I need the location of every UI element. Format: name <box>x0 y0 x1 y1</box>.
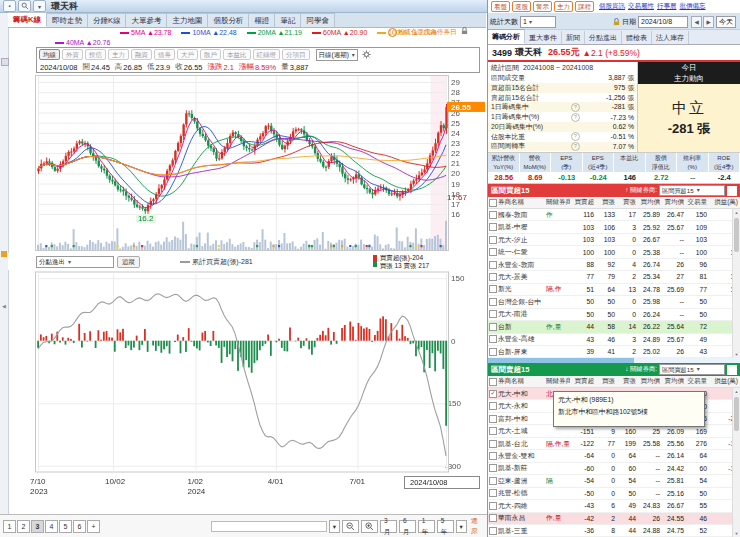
overlay-chip[interactable]: 散戶 <box>200 49 221 60</box>
checkbox-icon[interactable] <box>489 261 497 269</box>
sort-up-icon[interactable]: ↑ <box>625 186 628 193</box>
column-header[interactable]: 券商名稱 <box>498 377 546 386</box>
scroll-down-icon[interactable]: ▼ <box>733 530 740 537</box>
row-checkbox[interactable] <box>488 323 498 331</box>
panel-handle-icon[interactable] <box>1 58 9 66</box>
next-day-button[interactable]: ▶ <box>703 16 714 28</box>
quick-button[interactable]: 看盤 <box>491 1 510 12</box>
row-checkbox[interactable] <box>488 440 498 448</box>
gear-icon[interactable] <box>358 50 371 59</box>
column-header[interactable]: 關鍵券商 <box>546 198 570 207</box>
broker-flow-canvas[interactable] <box>8 270 485 513</box>
row-checkbox[interactable] <box>488 415 498 423</box>
zoom-in-icon[interactable] <box>361 520 378 533</box>
analysis-tab[interactable]: 新聞 <box>562 31 585 44</box>
row-checkbox[interactable] <box>488 223 498 231</box>
sell-table-scrollbar[interactable]: ▲ ▼ <box>732 388 740 537</box>
row-checkbox[interactable] <box>488 427 498 435</box>
checkbox-icon[interactable] <box>489 211 497 219</box>
overlay-chip[interactable]: 本益比 <box>223 49 251 60</box>
top-link[interactable]: 個股資訊 <box>599 2 625 11</box>
sell-key-broker-select[interactable]: 區間賣超15 <box>659 364 725 375</box>
column-header[interactable]: 交易量 <box>684 198 707 207</box>
row-checkbox[interactable] <box>488 489 498 497</box>
column-header[interactable]: 損益(萬) <box>707 198 740 207</box>
checkbox-icon[interactable] <box>489 323 497 331</box>
column-header[interactable]: 損益(萬) <box>707 377 740 386</box>
main-chart-canvas[interactable] <box>8 74 485 254</box>
question-icon[interactable] <box>571 132 580 141</box>
question-icon[interactable] <box>571 113 580 122</box>
overlay-chip[interactable]: 大戶 <box>177 49 198 60</box>
row-checkbox[interactable] <box>488 285 498 293</box>
broker-row[interactable]: 永豐金-雙和-64064--26.1464-3 <box>488 450 740 462</box>
analysis-tab[interactable]: 分點進出 <box>585 31 622 44</box>
quick-button[interactable]: 選股 <box>512 1 531 12</box>
quick-button[interactable]: 警示 <box>533 1 552 12</box>
checkbox-icon[interactable] <box>489 236 497 244</box>
broker-row[interactable]: 新光隔,作51641324.7825.697710 <box>488 284 740 296</box>
checkbox-icon[interactable] <box>489 514 497 522</box>
top-link[interactable]: 批價備忘 <box>680 2 706 11</box>
period-button[interactable]: 6月 <box>399 520 416 533</box>
checkbox-icon[interactable] <box>489 402 497 410</box>
analysis-tab[interactable]: 籌碼分析 <box>488 29 525 44</box>
track-button[interactable]: 追蹤 <box>117 256 140 268</box>
column-header[interactable]: 賣均價 <box>660 377 684 386</box>
reset-button[interactable]: 還原 <box>471 516 484 536</box>
row-checkbox[interactable] <box>488 298 498 306</box>
analysis-tab[interactable]: 重大事件 <box>525 31 562 44</box>
search-icon[interactable] <box>18 0 31 12</box>
row-checkbox[interactable] <box>488 527 498 535</box>
column-header[interactable]: 買賣超 <box>570 198 594 207</box>
question-icon[interactable] <box>571 142 580 151</box>
chart-tab[interactable]: 大單參考 <box>126 13 167 27</box>
scroll-up-icon[interactable]: ▲ <box>733 388 740 395</box>
column-header[interactable]: 關鍵券商 <box>546 377 570 386</box>
bullet-icon[interactable]: ▪ <box>3 0 16 12</box>
row-checkbox[interactable] <box>488 211 498 219</box>
column-header[interactable]: 賣張 <box>615 377 636 386</box>
header-checkbox[interactable] <box>488 199 498 207</box>
chart-tab[interactable]: 分鐘K線 <box>88 13 127 27</box>
row-checkbox[interactable] <box>488 502 498 510</box>
page-button[interactable]: 5 <box>59 520 72 533</box>
page-button[interactable]: + <box>87 520 100 533</box>
checkbox-icon[interactable] <box>489 273 497 281</box>
chevron-down-icon[interactable]: ▾ <box>33 0 46 12</box>
column-header[interactable]: 買張 <box>594 377 615 386</box>
date-input[interactable]: 2024/10/8 <box>638 16 688 28</box>
marker-icon[interactable] <box>1 251 7 257</box>
column-header[interactable]: 交易量 <box>684 377 707 386</box>
chevron-down-icon[interactable]: ▾ <box>329 520 340 533</box>
column-header[interactable]: 買均價 <box>636 377 660 386</box>
row-checkbox[interactable] <box>488 248 498 256</box>
analysis-tab[interactable]: 法人庫存 <box>652 31 689 44</box>
column-header[interactable]: 買張 <box>594 198 615 207</box>
row-checkbox[interactable] <box>488 310 498 318</box>
sort-down-icon[interactable]: ↓ <box>625 365 628 372</box>
period-button[interactable]: 1年 <box>418 520 435 533</box>
broker-row[interactable]: 元大-汐止103103026.67--103-1 <box>488 234 740 246</box>
broker-row[interactable]: 國泰-敦南作1161331725.8926.471509 <box>488 209 740 221</box>
checkbox-icon[interactable] <box>489 310 497 318</box>
checkbox-icon[interactable]: ✓ <box>489 390 497 398</box>
row-checkbox[interactable]: ✓ <box>488 390 498 398</box>
column-header[interactable]: 賣張 <box>615 198 636 207</box>
broker-row[interactable]: 元大-土城-15191602526.09169-6 <box>488 425 740 437</box>
broker-row[interactable]: 元大-四維-4364924.8326.67552 <box>488 500 740 512</box>
broker-row[interactable]: 統一-仁愛100100025.38--10012 <box>488 246 740 258</box>
overlay-chip[interactable]: 融資 <box>131 49 152 60</box>
overlay-chip[interactable]: 主力 <box>108 49 129 60</box>
broker-row[interactable]: 凱基-新莊-60060--24.4260-13 <box>488 463 740 475</box>
broker-row[interactable]: 台新作,量44581426.2225.64721 <box>488 321 740 333</box>
quick-button[interactable]: 課程 <box>575 1 594 12</box>
lock-icon[interactable] <box>461 27 468 35</box>
buy-table-hscrollbar[interactable] <box>488 358 740 363</box>
top-link[interactable]: 交易屬性 <box>628 2 654 11</box>
checkbox-icon[interactable] <box>489 415 497 423</box>
row-checkbox[interactable] <box>488 464 498 472</box>
row-checkbox[interactable] <box>488 236 498 244</box>
page-button[interactable]: 3 <box>31 520 44 533</box>
column-header[interactable]: 買均價 <box>636 198 660 207</box>
